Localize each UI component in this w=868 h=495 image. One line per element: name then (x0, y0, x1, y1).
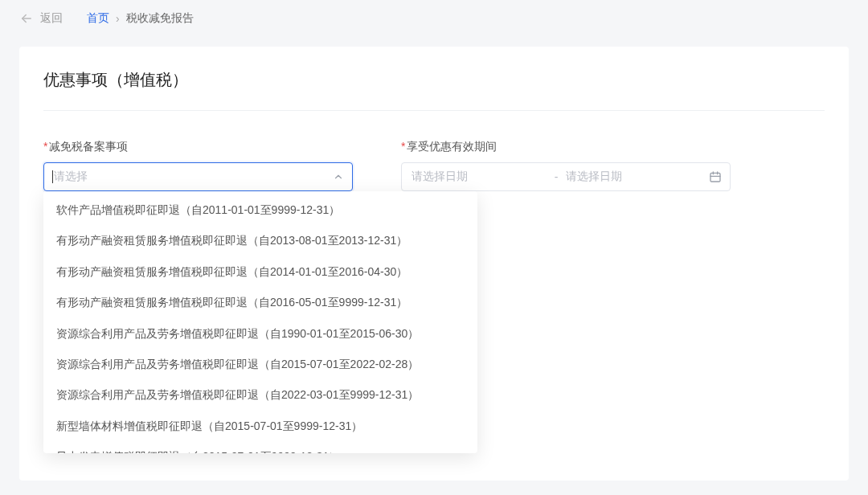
dropdown-option[interactable]: 风力发电增值税即征即退（自2015-07-01至9999-12-31） (43, 441, 477, 453)
label-text: 享受优惠有效期间 (407, 140, 497, 153)
start-date-placeholder: 请选择日期 (411, 170, 547, 184)
field-label: *减免税备案事项 (43, 140, 353, 154)
svg-rect-1 (710, 173, 720, 182)
breadcrumb: 首页 › 税收减免报告 (87, 11, 194, 26)
date-range-picker[interactable]: 请选择日期 - 请选择日期 (401, 162, 731, 191)
form-row: *减免税备案事项 请选择 *享受优惠有效期间 请选择日期 - 请选择日期 (43, 140, 825, 191)
dropdown-option[interactable]: 资源综合利用产品及劳务增值税即征即退（自2015-07-01至2022-02-2… (43, 349, 477, 379)
dropdown-option[interactable]: 资源综合利用产品及劳务增值税即征即退（自2022-03-01至9999-12-3… (43, 379, 477, 410)
crumb-current: 税收减免报告 (126, 11, 194, 26)
required-mark: * (43, 140, 47, 153)
content-card: 优惠事项（增值税） *减免税备案事项 请选择 *享受优惠有效期间 请选择日期 -… (19, 47, 849, 481)
back-button[interactable]: 返回 (19, 11, 63, 26)
dropdown-option[interactable]: 资源综合利用产品及劳务增值税即征即退（自1990-01-01至2015-06-3… (43, 318, 477, 349)
chevron-up-icon (333, 171, 344, 182)
crumb-separator: › (116, 12, 120, 25)
field-exemption-item: *减免税备案事项 请选择 (43, 140, 353, 191)
arrow-left-icon (19, 11, 34, 26)
topbar: 返回 首页 › 税收减免报告 (0, 0, 868, 37)
required-mark: * (401, 140, 405, 153)
crumb-home[interactable]: 首页 (87, 11, 109, 26)
dropdown-option[interactable]: 新型墙体材料增值税即征即退（自2015-07-01至9999-12-31） (43, 411, 477, 441)
field-label: *享受优惠有效期间 (401, 140, 731, 154)
end-date-placeholder: 请选择日期 (566, 170, 701, 184)
label-text: 减免税备案事项 (49, 140, 128, 153)
dropdown-option[interactable]: 有形动产融资租赁服务增值税即征即退（自2013-08-01至2013-12-31… (43, 225, 477, 256)
dropdown-option[interactable]: 有形动产融资租赁服务增值税即征即退（自2014-01-01至2016-04-30… (43, 256, 477, 287)
select-placeholder: 请选择 (54, 170, 88, 184)
calendar-icon (709, 170, 722, 183)
page-title: 优惠事项（增值税） (43, 69, 825, 111)
range-separator: - (555, 170, 559, 183)
dropdown-option[interactable]: 有形动产融资租赁服务增值税即征即退（自2016-05-01至9999-12-31… (43, 287, 477, 317)
dropdown-option[interactable]: 软件产品增值税即征即退（自2011-01-01至9999-12-31） (43, 194, 477, 225)
dropdown-panel: 软件产品增值税即征即退（自2011-01-01至9999-12-31）有形动产融… (43, 191, 477, 453)
select-exemption-item[interactable]: 请选择 (43, 162, 353, 191)
field-valid-period: *享受优惠有效期间 请选择日期 - 请选择日期 (401, 140, 731, 191)
back-label: 返回 (40, 11, 63, 26)
